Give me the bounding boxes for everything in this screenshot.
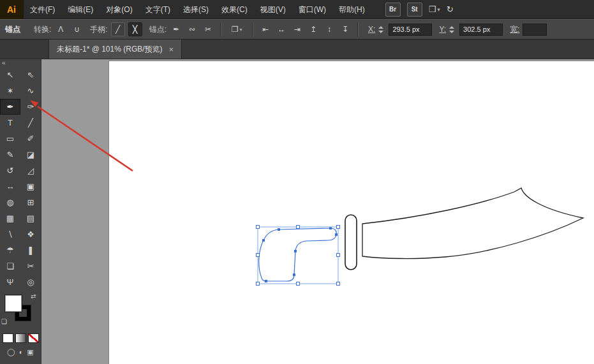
align-middle-vertical-icon[interactable]: ↕: [323, 23, 336, 36]
type-tool[interactable]: T: [0, 115, 20, 131]
align-center-horizontal-icon[interactable]: ↔: [275, 23, 288, 36]
gradient-tool[interactable]: ▤: [20, 210, 41, 226]
documents-icon: ❒: [429, 4, 436, 14]
draw-inside-icon[interactable]: ▣: [27, 348, 33, 356]
mesh-tool[interactable]: ▦: [0, 210, 20, 226]
remove-anchor-icon[interactable]: ✒: [170, 23, 182, 36]
anchors-label: 锚点:: [149, 24, 167, 35]
menu-select[interactable]: 选择(S): [177, 0, 215, 19]
draw-mode-buttons: ◯ ◐ ▣: [0, 348, 41, 356]
width-label[interactable]: 宽:: [510, 24, 519, 35]
paintbrush-tool[interactable]: ✐: [20, 131, 41, 147]
document-tab[interactable]: 未标题-1* @ 101% (RGB/预览) ×: [48, 40, 182, 59]
draw-behind-icon[interactable]: ◐: [19, 348, 24, 356]
direct-selection-tool[interactable]: ⇖: [20, 67, 41, 83]
hand-tool[interactable]: Ψ: [0, 274, 20, 290]
menu-help[interactable]: 帮助(H): [332, 0, 371, 19]
artboard-tool[interactable]: ❏: [0, 258, 20, 274]
app-logo: Ai: [0, 0, 24, 19]
y-stepper[interactable]: [449, 24, 456, 35]
x-label[interactable]: X:: [368, 25, 375, 34]
rectangle-tool[interactable]: ▭: [0, 131, 20, 147]
convert-to-corner-icon[interactable]: Λ: [54, 23, 67, 36]
handles-label: 手柄:: [90, 24, 107, 35]
width-input[interactable]: [523, 24, 547, 36]
color-button[interactable]: [3, 333, 13, 343]
eraser-tool[interactable]: ◪: [20, 147, 41, 163]
column-graph-tool[interactable]: ❚: [20, 242, 41, 258]
draw-normal-icon[interactable]: ◯: [7, 348, 15, 356]
document-tab-title: 未标题-1* @ 101% (RGB/预览): [57, 44, 163, 55]
gradient-button[interactable]: [15, 333, 26, 343]
width-tool[interactable]: ↔: [0, 178, 20, 194]
convert-to-smooth-icon[interactable]: ∪: [70, 23, 83, 36]
show-handles-icon[interactable]: ╱: [111, 22, 125, 36]
line-segment-tool[interactable]: ╱: [20, 115, 41, 131]
separator: [252, 22, 253, 36]
separator: [357, 22, 359, 36]
separator: [220, 22, 221, 36]
pen-tool[interactable]: ✒: [0, 99, 20, 115]
symbol-sprayer-tool[interactable]: ☂: [0, 242, 20, 258]
connect-endpoints-icon[interactable]: ∾: [186, 23, 198, 36]
fill-color-well[interactable]: [5, 295, 22, 312]
align-left-icon[interactable]: ⇤: [259, 23, 272, 36]
x-input[interactable]: 293.5 px: [389, 24, 432, 36]
zoom-tool[interactable]: ◎: [20, 274, 41, 290]
color-wells: ⇄ ❏: [0, 293, 41, 327]
free-transform-tool[interactable]: ▣: [20, 178, 41, 194]
lasso-tool[interactable]: ∿: [20, 83, 41, 99]
control-bar: 锚点 转换: Λ ∪ 手柄: ╱ ╳ 锚点: ✒ ∾ ✂ ❐ ▾ ⇤ ↔ ⇥ ↥…: [0, 19, 594, 40]
bridge-button[interactable]: Br: [385, 3, 401, 17]
gesture-icon[interactable]: ↻: [447, 4, 454, 14]
artboard[interactable]: [108, 61, 594, 364]
x-stepper[interactable]: [378, 24, 385, 35]
panel-title: 锚点: [5, 24, 20, 35]
cut-path-icon[interactable]: ✂: [202, 23, 214, 36]
align-top-icon[interactable]: ↥: [307, 23, 320, 36]
tool-panel: « ↖⇖✶∿✒✑T╱▭✐✎◪↺◿↔▣◍⊞▦▤∖❖☂❚❏✂Ψ◎ ⇄ ❏ ◯ ◐ ▣: [0, 59, 41, 364]
perspective-grid-tool[interactable]: ⊞: [20, 194, 41, 210]
y-input[interactable]: 302.5 px: [459, 24, 503, 36]
close-icon[interactable]: ×: [169, 45, 174, 54]
selection-tool[interactable]: ↖: [0, 67, 20, 83]
menu-window[interactable]: 窗口(W): [292, 0, 332, 19]
swap-fill-stroke-icon[interactable]: ⇄: [31, 293, 36, 300]
blend-tool[interactable]: ❖: [20, 226, 41, 242]
default-fill-stroke-icon[interactable]: ❏: [1, 318, 7, 325]
add-anchor-point-tool[interactable]: ✑: [20, 99, 41, 115]
scale-tool[interactable]: ◿: [20, 163, 41, 178]
chevron-down-icon: ▾: [437, 6, 440, 13]
menu-type[interactable]: 文字(T): [139, 0, 177, 19]
menu-view[interactable]: 视图(V): [254, 0, 292, 19]
align-bottom-icon[interactable]: ↧: [339, 23, 352, 36]
convert-label: 转换:: [34, 24, 51, 35]
paint-style-buttons: [0, 333, 41, 343]
canvas[interactable]: [41, 59, 594, 364]
none-button[interactable]: [28, 333, 39, 343]
slice-tool[interactable]: ✂: [20, 258, 41, 274]
hide-handles-icon[interactable]: ╳: [128, 22, 142, 36]
shape-builder-tool[interactable]: ◍: [0, 194, 20, 210]
arrange-options-button[interactable]: ❐ ▾: [227, 23, 246, 36]
menu-object[interactable]: 对象(O): [100, 0, 138, 19]
align-right-icon[interactable]: ⇥: [291, 23, 304, 36]
arrange-documents-button[interactable]: ❒ ▾: [429, 4, 440, 14]
stock-button[interactable]: St: [407, 3, 422, 17]
menu-file[interactable]: 文件(F): [24, 0, 61, 19]
pencil-tool[interactable]: ✎: [0, 147, 20, 163]
collapse-panel-button[interactable]: «: [0, 59, 41, 67]
stack-icon: ❐: [232, 25, 239, 34]
chevron-down-icon: ▾: [239, 27, 242, 33]
tools-grid: ↖⇖✶∿✒✑T╱▭✐✎◪↺◿↔▣◍⊞▦▤∖❖☂❚❏✂Ψ◎: [0, 67, 41, 290]
y-label[interactable]: Y:: [439, 25, 446, 34]
rotate-tool[interactable]: ↺: [0, 163, 20, 178]
menu-bar: Ai 文件(F) 编辑(E) 对象(O) 文字(T) 选择(S) 效果(C) 视…: [0, 0, 594, 19]
magic-wand-tool[interactable]: ✶: [0, 83, 20, 99]
menu-edit[interactable]: 编辑(E): [61, 0, 100, 19]
tab-bar: 未标题-1* @ 101% (RGB/预览) ×: [0, 40, 594, 59]
eyedropper-tool[interactable]: ∖: [0, 226, 20, 242]
menu-effect[interactable]: 效果(C): [215, 0, 254, 19]
